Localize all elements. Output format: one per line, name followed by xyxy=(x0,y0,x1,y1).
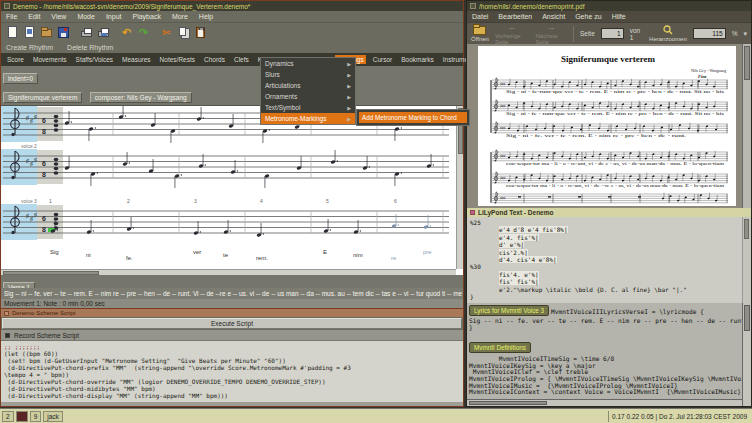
scheme-code-line: (let ((bpm 60)) xyxy=(4,350,460,357)
copy-icon[interactable] xyxy=(177,26,190,39)
staff-lyric-syllable: te xyxy=(223,252,229,258)
execute-script-button[interactable]: Execute Script xyxy=(2,318,462,329)
pdf-vertical-scrollbar[interactable] xyxy=(742,44,751,208)
menu-edit[interactable]: Edit xyxy=(28,13,40,20)
scheme-code-line: ;; ;;;;;;; xyxy=(4,343,460,350)
command-menu-cursor[interactable]: Cursor xyxy=(371,55,395,64)
composer-button[interactable]: composer: Nils Gey - Wargsang xyxy=(90,92,192,103)
zoom-level-input[interactable]: 115 xyxy=(693,28,726,39)
command-menu-chords[interactable]: Chords xyxy=(202,55,227,64)
jack-button[interactable]: jack xyxy=(43,411,63,422)
command-menu-staffs-voices[interactable]: Staffs/Voices xyxy=(74,55,115,64)
svg-text:8: 8 xyxy=(42,171,46,178)
save-icon[interactable] xyxy=(57,26,70,39)
lilypond-code-line: %30 xyxy=(470,263,748,270)
open-folder-icon[interactable] xyxy=(40,26,53,39)
menu-more[interactable]: More xyxy=(172,13,188,20)
menu-playback[interactable]: Playback xyxy=(132,13,160,20)
menu-item-metronome-markings[interactable]: Metronome-Markings▶ xyxy=(261,113,355,124)
canvas-horizontal-scrollbar[interactable] xyxy=(1,269,456,275)
chevron-down-icon[interactable]: ▾ xyxy=(744,30,748,38)
score-canvas[interactable]: ♯♯♯68voice 1♯♯♯68voice 2♯♯♯68voice 31234… xyxy=(1,105,463,275)
next-page-button[interactable]: → Nächste Seite xyxy=(535,23,566,45)
menu-file[interactable]: File xyxy=(6,13,17,20)
menu-view[interactable]: View xyxy=(51,13,66,20)
svg-text:8: 8 xyxy=(42,226,46,233)
lyrics-vertical-scrollbar[interactable] xyxy=(742,303,751,406)
lilypond-vertical-scrollbar[interactable] xyxy=(742,217,751,303)
score-title-button[interactable]: Signiferumque verterem xyxy=(3,92,82,103)
workspace-button[interactable]: 2 xyxy=(2,411,14,422)
menu-input[interactable]: Input xyxy=(106,13,122,20)
denemo-window-title: Denemo - /home/nils/wacost-svn/denemo/20… xyxy=(13,3,250,10)
record-script-row[interactable]: Record Scheme Script xyxy=(1,330,463,340)
window-menu-icon[interactable] xyxy=(4,311,9,316)
print-icon[interactable] xyxy=(80,26,93,39)
scheme-script-window: Denemo Scheme Script Execute Script Reco… xyxy=(1,308,463,406)
print-preview-icon[interactable] xyxy=(97,26,110,39)
menu-help[interactable]: Help xyxy=(199,13,213,20)
window-menu-icon[interactable] xyxy=(4,3,10,9)
lilypond-code[interactable]: %25 e'4 d'8 e'4 fis'8%| e'4. fis'%| d' e… xyxy=(467,217,751,302)
page-number-input[interactable]: 1 xyxy=(601,28,624,39)
lyrics-horizontal-scrollbar[interactable] xyxy=(467,399,742,406)
add-metronome-marking-menu-item[interactable]: Add Metronome Marking to Chord xyxy=(359,112,467,123)
menu-item-label: Slurs xyxy=(265,71,280,78)
lilypond-titlebar[interactable]: LiLyPond Text - Denemo xyxy=(467,208,751,217)
paste-icon[interactable] xyxy=(194,26,207,39)
open-button[interactable]: Öffnen xyxy=(471,26,489,42)
zoom-in-button[interactable]: Heranzoomen xyxy=(649,25,687,42)
verse-lyrics-text[interactable]: Sig -- ni -- fe. ver -- te -- rem. E -- … xyxy=(1,288,463,299)
lilypond-text-window[interactable]: %25 e'4 d'8 e'4 fis'8%| e'4. fis'%| d' e… xyxy=(467,217,751,303)
canvas-vertical-scrollbar[interactable] xyxy=(456,106,463,269)
command-menu-bookmarks[interactable]: Bookmarks xyxy=(399,55,436,64)
lyrics-body-code[interactable]: Sig -- ni -- fe. ver -- te -- rem. E -- … xyxy=(467,316,751,325)
open-label: Öffnen xyxy=(471,36,489,42)
scheme-script-editor[interactable]: ;; ;;;;;;;(let ((bpm 60)) (set! bpm (d-G… xyxy=(1,340,463,402)
menu-item-slurs[interactable]: Slurs▶ xyxy=(261,69,355,80)
window-menu-icon[interactable] xyxy=(470,3,476,9)
menu-mode[interactable]: Mode xyxy=(77,13,95,20)
definitions-button[interactable]: MvmntI Definitions xyxy=(469,342,531,353)
scheme-code-line: (d-DirectivePut-chord-display "MM" (stri… xyxy=(4,392,460,399)
command-menu-clefs[interactable]: Clefs xyxy=(232,55,251,64)
open-score-icon[interactable] xyxy=(23,26,36,39)
denemo-titlebar[interactable]: Denemo - /home/nils/wacost-svn/denemo/20… xyxy=(1,1,463,11)
scheme-code-line: (d-DirectivePut-chord-midibytes "MM" bpm… xyxy=(4,385,460,392)
workspace-indicator[interactable] xyxy=(16,411,28,422)
menu-ansicht[interactable]: Ansicht xyxy=(542,13,565,20)
command-menu-notes-rests[interactable]: Notes/Rests xyxy=(158,55,197,64)
pdf-titlebar[interactable]: /home/nils/.denemo/denemoprint.pdf xyxy=(467,1,751,11)
menu-gehe-zu[interactable]: Gehe zu xyxy=(575,13,601,20)
menu-bearbeiten[interactable]: Bearbeiten xyxy=(498,13,532,20)
pdf-viewport[interactable]: Signiferumque verterem Nils Gey - Wargsa… xyxy=(467,44,751,208)
workspace-button[interactable]: 9 xyxy=(30,411,42,422)
next-page-label: Nächste Seite xyxy=(535,33,566,45)
denemo-status-bar: Movement 1: Note : 0 min 0,00 sec xyxy=(1,299,463,308)
record-script-checkbox[interactable] xyxy=(5,333,10,338)
menu-datei[interactable]: Datei xyxy=(472,13,488,20)
menu-item-ornaments[interactable]: Ornaments▶ xyxy=(261,91,355,102)
delete-rhythm-button[interactable]: Delete Rhythm xyxy=(67,44,113,51)
new-document-icon[interactable] xyxy=(6,26,19,39)
menu-hilfe[interactable]: Hilfe xyxy=(612,13,626,20)
command-menu-movements[interactable]: Movements xyxy=(31,55,69,64)
lyrics-definitions-panel[interactable]: Lyrics for MvmntI Voice 3 MvmntIVoiceIII… xyxy=(467,303,751,406)
scheme-script-titlebar[interactable]: Denemo Scheme Script xyxy=(1,309,463,317)
lilypond-code-line: d'4. cis'4 e'8%| xyxy=(470,256,748,263)
previous-page-button[interactable]: ← Vorherige Seite xyxy=(495,23,530,45)
indent-button[interactable]: indent=0 xyxy=(3,73,38,84)
command-menu-score[interactable]: Score xyxy=(5,55,26,64)
command-menu-measures[interactable]: Measures xyxy=(120,55,153,64)
redo-icon[interactable]: ↷ xyxy=(137,26,150,39)
undo-icon[interactable]: ↶ xyxy=(120,26,133,39)
create-rhythm-button[interactable]: Create Rhythm xyxy=(6,44,53,51)
menu-item-dynamics[interactable]: Dynamics▶ xyxy=(261,58,355,69)
menu-item-text-symbol[interactable]: Text/Symbol▶ xyxy=(261,102,355,113)
staff-lyric-syllable: re xyxy=(391,255,397,261)
window-menu-icon[interactable] xyxy=(470,210,475,215)
lyrics-voice-button[interactable]: Lyrics for MvmntI Voice 3 xyxy=(469,305,549,316)
lyrics-header-code: MvmntIVoiceIIILyricsVerseI = \lyricmode … xyxy=(551,309,704,316)
cut-icon[interactable]: ✂ xyxy=(160,26,173,39)
menu-item-articulations[interactable]: Articulations▶ xyxy=(261,80,355,91)
